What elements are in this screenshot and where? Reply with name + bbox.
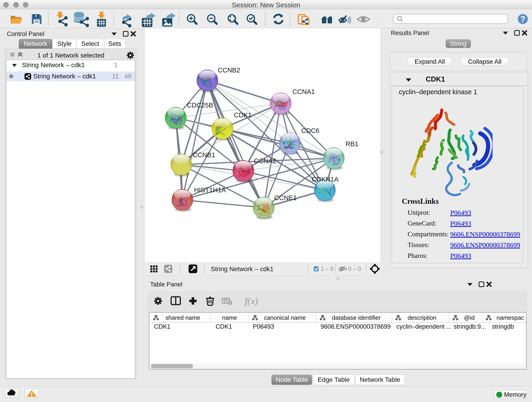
svg-text:canonical name: canonical name (264, 314, 306, 321)
svg-text:CDC6: CDC6 (301, 127, 319, 134)
svg-text:CCNA2: CCNA2 (254, 157, 276, 165)
svg-text:CCNB2: CCNB2 (218, 66, 240, 74)
svg-text:0 – 0: 0 – 0 (348, 266, 361, 272)
svg-text:database identifier: database identifier (332, 314, 381, 321)
svg-text:RB1: RB1 (346, 140, 358, 148)
svg-text:f(x): f(x) (245, 296, 258, 306)
svg-text:1 – 0: 1 – 0 (321, 266, 334, 272)
svg-text:HIST1H1A: HIST1H1A (194, 186, 226, 194)
svg-text:@id: @id (464, 314, 475, 321)
svg-text:CDK1: CDK1 (234, 111, 252, 119)
svg-text:CCNE1: CCNE1 (274, 194, 297, 201)
svg-text:shared name: shared name (165, 314, 200, 321)
svg-text:?: ? (520, 14, 525, 24)
svg-text:CCNB1: CCNB1 (193, 151, 215, 159)
svg-text:CDC25B: CDC25B (187, 102, 213, 109)
svg-text:description: description (408, 314, 437, 321)
svg-text:CDKN1A: CDKN1A (312, 176, 339, 183)
svg-text:name: name (222, 314, 237, 321)
svg-text:namespac: namespac (496, 314, 524, 321)
svg-text:CCNA1: CCNA1 (292, 88, 315, 95)
svg-text:String Network – cdk1: String Network – cdk1 (211, 265, 273, 273)
